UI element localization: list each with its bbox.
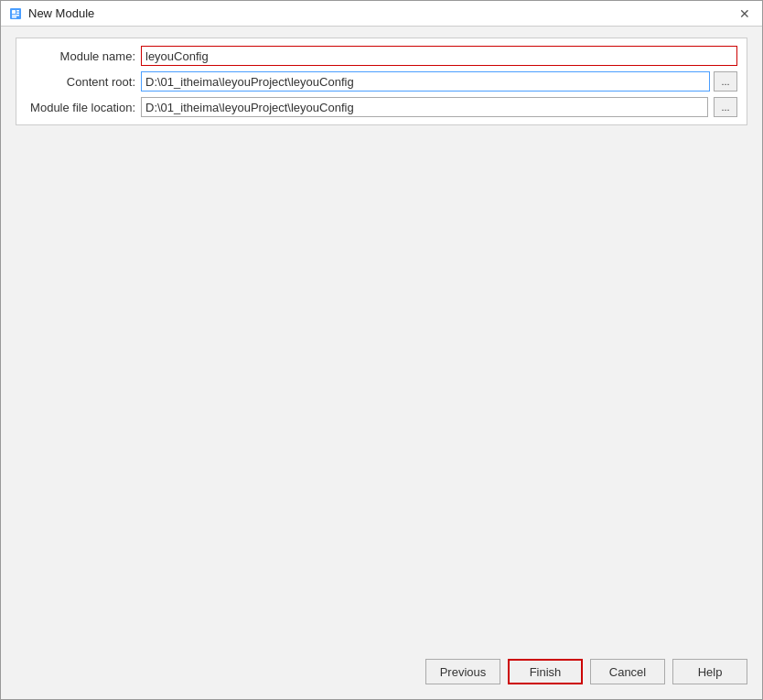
content-root-browse-button[interactable]: ... — [714, 71, 737, 92]
svg-rect-2 — [16, 10, 19, 12]
help-button[interactable]: Help — [672, 659, 747, 684]
module-file-browse-button[interactable]: ... — [714, 97, 737, 117]
module-file-input[interactable] — [141, 97, 708, 117]
title-bar: New Module ✕ — [1, 1, 762, 27]
svg-rect-4 — [12, 15, 19, 16]
module-icon — [8, 6, 23, 21]
previous-button[interactable]: Previous — [425, 659, 500, 684]
dialog-title: New Module — [28, 6, 94, 20]
finish-button[interactable]: Finish — [508, 659, 583, 684]
content-root-row: Content root: ... — [26, 71, 737, 92]
form-area: Module name: Content root: ... Module fi… — [16, 38, 747, 125]
content-root-input-wrapper: ... — [141, 71, 737, 92]
dialog-content: Module name: Content root: ... Module fi… — [1, 27, 762, 650]
content-root-input[interactable] — [141, 71, 710, 92]
module-file-label: Module file location: — [26, 101, 135, 114]
module-name-input[interactable] — [141, 46, 737, 66]
button-bar: Previous Finish Cancel Help — [1, 650, 762, 699]
cancel-button[interactable]: Cancel — [590, 659, 665, 684]
module-file-row: Module file location: ... — [26, 97, 737, 117]
module-name-input-wrapper — [141, 46, 737, 66]
close-button[interactable]: ✕ — [735, 4, 755, 24]
module-name-row: Module name: — [26, 46, 737, 66]
module-name-label: Module name: — [26, 49, 135, 63]
svg-rect-1 — [12, 10, 16, 14]
title-bar-left: New Module — [8, 6, 94, 21]
content-root-label: Content root: — [26, 75, 135, 89]
dialog-window: New Module ✕ Module name: Content root: … — [0, 0, 763, 700]
svg-rect-5 — [12, 16, 16, 18]
svg-rect-3 — [16, 12, 19, 14]
